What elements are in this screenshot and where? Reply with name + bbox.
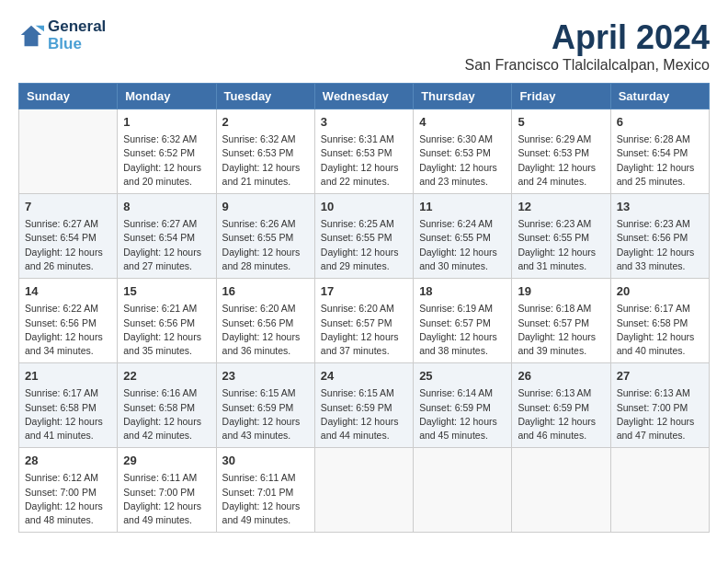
day-number: 27: [617, 368, 703, 385]
calendar-cell: 3Sunrise: 6:31 AMSunset: 6:53 PMDaylight…: [314, 109, 413, 194]
calendar-cell: 17Sunrise: 6:20 AMSunset: 6:57 PMDayligh…: [314, 279, 413, 363]
day-info: Sunrise: 6:13 AMSunset: 7:00 PMDaylight:…: [617, 386, 703, 442]
calendar-cell: 20Sunrise: 6:17 AMSunset: 6:58 PMDayligh…: [610, 279, 709, 363]
calendar-cell: 11Sunrise: 6:24 AMSunset: 6:55 PMDayligh…: [414, 194, 512, 279]
day-number: 13: [617, 199, 703, 215]
day-number: 29: [123, 453, 210, 469]
day-info: Sunrise: 6:26 AMSunset: 6:55 PMDaylight:…: [222, 217, 309, 273]
day-info: Sunrise: 6:19 AMSunset: 6:57 PMDaylight:…: [419, 302, 506, 358]
calendar-cell: 24Sunrise: 6:15 AMSunset: 6:59 PMDayligh…: [314, 363, 413, 448]
day-info: Sunrise: 6:20 AMSunset: 6:57 PMDaylight:…: [321, 302, 407, 358]
day-number: 3: [321, 114, 407, 131]
day-info: Sunrise: 6:18 AMSunset: 6:57 PMDaylight:…: [518, 302, 604, 358]
weekday-header-friday: Friday: [512, 84, 610, 109]
calendar-cell: [19, 109, 118, 194]
calendar-cell: 12Sunrise: 6:23 AMSunset: 6:55 PMDayligh…: [512, 194, 610, 279]
calendar-cell: 28Sunrise: 6:12 AMSunset: 7:00 PMDayligh…: [19, 448, 118, 533]
day-number: 11: [419, 199, 506, 215]
weekday-header-sunday: Sunday: [19, 84, 118, 109]
day-number: 14: [25, 283, 111, 300]
title-section: April 2024 San Francisco Tlalcilalcalpan…: [465, 18, 710, 74]
logo: General Blue: [18, 18, 106, 52]
day-info: Sunrise: 6:11 AMSunset: 7:01 PMDaylight:…: [222, 471, 309, 527]
day-info: Sunrise: 6:11 AMSunset: 7:00 PMDaylight:…: [123, 471, 210, 527]
day-number: 9: [222, 199, 309, 215]
day-info: Sunrise: 6:32 AMSunset: 6:53 PMDaylight:…: [222, 132, 309, 189]
day-number: 1: [123, 114, 210, 131]
day-info: Sunrise: 6:22 AMSunset: 6:56 PMDaylight:…: [25, 302, 111, 358]
calendar-cell: 2Sunrise: 6:32 AMSunset: 6:53 PMDaylight…: [216, 109, 314, 194]
day-info: Sunrise: 6:17 AMSunset: 6:58 PMDaylight:…: [617, 302, 703, 358]
calendar-cell: 10Sunrise: 6:25 AMSunset: 6:55 PMDayligh…: [314, 194, 413, 279]
calendar-cell: 19Sunrise: 6:18 AMSunset: 6:57 PMDayligh…: [512, 279, 610, 363]
calendar-cell: 23Sunrise: 6:15 AMSunset: 6:59 PMDayligh…: [216, 363, 314, 448]
calendar-cell: 5Sunrise: 6:29 AMSunset: 6:53 PMDaylight…: [512, 109, 610, 194]
day-number: 21: [25, 368, 111, 385]
day-info: Sunrise: 6:23 AMSunset: 6:55 PMDaylight:…: [518, 217, 604, 273]
day-info: Sunrise: 6:21 AMSunset: 6:56 PMDaylight:…: [123, 302, 210, 358]
calendar-cell: [512, 448, 610, 533]
calendar-cell: 7Sunrise: 6:27 AMSunset: 6:54 PMDaylight…: [19, 194, 118, 279]
day-number: 10: [321, 199, 407, 215]
weekday-header-monday: Monday: [118, 84, 216, 109]
calendar-week-row: 7Sunrise: 6:27 AMSunset: 6:54 PMDaylight…: [19, 194, 710, 279]
day-info: Sunrise: 6:32 AMSunset: 6:52 PMDaylight:…: [123, 132, 210, 189]
day-info: Sunrise: 6:27 AMSunset: 6:54 PMDaylight:…: [25, 217, 111, 273]
calendar-cell: 9Sunrise: 6:26 AMSunset: 6:55 PMDaylight…: [216, 194, 314, 279]
weekday-header-saturday: Saturday: [610, 84, 709, 109]
calendar-body: 1Sunrise: 6:32 AMSunset: 6:52 PMDaylight…: [19, 109, 710, 533]
day-number: 2: [222, 114, 309, 131]
logo-text-blue: Blue: [48, 36, 106, 53]
logo-icon: [18, 23, 44, 49]
day-info: Sunrise: 6:25 AMSunset: 6:55 PMDaylight:…: [321, 217, 407, 273]
day-number: 6: [617, 114, 703, 131]
calendar-week-row: 1Sunrise: 6:32 AMSunset: 6:52 PMDaylight…: [19, 109, 710, 194]
day-info: Sunrise: 6:29 AMSunset: 6:53 PMDaylight:…: [518, 132, 604, 189]
calendar-cell: [414, 448, 512, 533]
calendar-week-row: 21Sunrise: 6:17 AMSunset: 6:58 PMDayligh…: [19, 363, 710, 448]
day-info: Sunrise: 6:15 AMSunset: 6:59 PMDaylight:…: [222, 386, 309, 442]
calendar-cell: 25Sunrise: 6:14 AMSunset: 6:59 PMDayligh…: [414, 363, 512, 448]
weekday-header-row: SundayMondayTuesdayWednesdayThursdayFrid…: [19, 84, 710, 109]
day-number: 23: [222, 368, 309, 385]
day-number: 15: [123, 283, 210, 300]
calendar-cell: 14Sunrise: 6:22 AMSunset: 6:56 PMDayligh…: [19, 279, 118, 363]
day-number: 26: [518, 368, 604, 385]
day-number: 18: [419, 283, 506, 300]
day-number: 28: [25, 453, 111, 469]
day-number: 7: [25, 199, 111, 215]
month-title: April 2024: [465, 18, 710, 57]
location-title: San Francisco Tlalcilalcalpan, Mexico: [465, 57, 710, 74]
day-info: Sunrise: 6:24 AMSunset: 6:55 PMDaylight:…: [419, 217, 506, 273]
calendar-cell: 30Sunrise: 6:11 AMSunset: 7:01 PMDayligh…: [216, 448, 314, 533]
calendar-cell: 15Sunrise: 6:21 AMSunset: 6:56 PMDayligh…: [118, 279, 216, 363]
calendar-cell: 22Sunrise: 6:16 AMSunset: 6:58 PMDayligh…: [118, 363, 216, 448]
calendar-cell: 16Sunrise: 6:20 AMSunset: 6:56 PMDayligh…: [216, 279, 314, 363]
calendar-cell: 26Sunrise: 6:13 AMSunset: 6:59 PMDayligh…: [512, 363, 610, 448]
day-number: 24: [321, 368, 407, 385]
day-info: Sunrise: 6:28 AMSunset: 6:54 PMDaylight:…: [617, 132, 703, 189]
day-number: 8: [123, 199, 210, 215]
calendar-table: SundayMondayTuesdayWednesdayThursdayFrid…: [18, 83, 710, 533]
calendar-cell: [314, 448, 413, 533]
day-info: Sunrise: 6:31 AMSunset: 6:53 PMDaylight:…: [321, 132, 407, 189]
day-number: 30: [222, 453, 309, 469]
calendar-cell: 8Sunrise: 6:27 AMSunset: 6:54 PMDaylight…: [118, 194, 216, 279]
header: General Blue April 2024 San Francisco Tl…: [18, 18, 710, 74]
day-number: 16: [222, 283, 309, 300]
svg-marker-1: [36, 25, 44, 31]
day-number: 17: [321, 283, 407, 300]
day-info: Sunrise: 6:15 AMSunset: 6:59 PMDaylight:…: [321, 386, 407, 442]
calendar-cell: 4Sunrise: 6:30 AMSunset: 6:53 PMDaylight…: [414, 109, 512, 194]
day-number: 5: [518, 114, 604, 131]
calendar-cell: 29Sunrise: 6:11 AMSunset: 7:00 PMDayligh…: [118, 448, 216, 533]
calendar-cell: 27Sunrise: 6:13 AMSunset: 7:00 PMDayligh…: [610, 363, 709, 448]
calendar-cell: [610, 448, 709, 533]
day-info: Sunrise: 6:23 AMSunset: 6:56 PMDaylight:…: [617, 217, 703, 273]
day-info: Sunrise: 6:16 AMSunset: 6:58 PMDaylight:…: [123, 386, 210, 442]
calendar-cell: 1Sunrise: 6:32 AMSunset: 6:52 PMDaylight…: [118, 109, 216, 194]
day-number: 25: [419, 368, 506, 385]
calendar-cell: 18Sunrise: 6:19 AMSunset: 6:57 PMDayligh…: [414, 279, 512, 363]
weekday-header-thursday: Thursday: [414, 84, 512, 109]
day-number: 20: [617, 283, 703, 300]
